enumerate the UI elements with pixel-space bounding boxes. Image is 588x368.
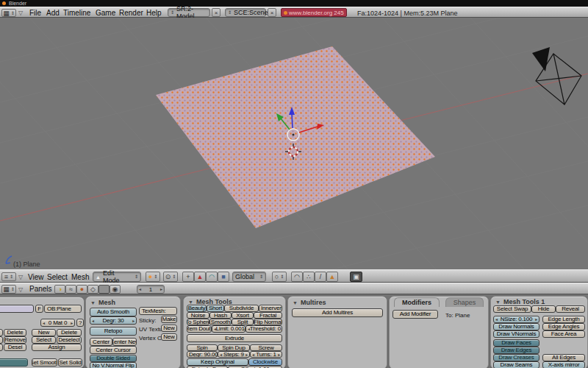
menu-mesh[interactable]: Mesh [71, 272, 89, 282]
draw-normals-toggle[interactable]: Draw Normals [493, 323, 539, 330]
manipulator-translate-button[interactable]: ▲ [194, 272, 206, 282]
set-solid-button[interactable]: Set Solid [58, 358, 82, 367]
menu-select[interactable]: Select [47, 272, 68, 282]
draw-vnormals-toggle[interactable]: Draw VNormals [493, 330, 539, 338]
header-collapse-icon[interactable]: ▽ [18, 272, 23, 282]
to-sphere-button[interactable]: To Sphere [187, 319, 209, 325]
x-axis-arrow[interactable] [299, 127, 318, 132]
material-delete-button[interactable]: Delete [57, 329, 82, 336]
logic-context-button[interactable]: ◑ [54, 285, 65, 294]
shading-context-button[interactable]: ● [76, 285, 87, 294]
clockwise-toggle[interactable]: Clockwise [248, 358, 282, 366]
transform-manipulator[interactable] [276, 107, 324, 141]
y-axis-arrow[interactable] [281, 118, 290, 130]
vertex-group-browse-field[interactable] [0, 305, 34, 313]
panel-header-mesh[interactable]: ▼ Mesh [90, 299, 115, 306]
face-select-button[interactable]: ▲ [326, 272, 338, 282]
draw-faces-toggle[interactable]: Draw Faces [493, 339, 539, 347]
screen-close-button[interactable]: × [212, 8, 220, 17]
header-collapse-icon[interactable]: ▽ [18, 285, 23, 294]
limit-spinner[interactable]: ◂ Limit: 0.001 ▸ [212, 325, 245, 333]
threshold-spinner[interactable]: ◂ Threshold: 0.010 ▸ [245, 325, 282, 333]
object-context-button[interactable]: ◇ [87, 285, 98, 294]
draw-creases-toggle[interactable]: Draw Creases [493, 354, 539, 361]
add-modifier-button[interactable]: Add Modifier [392, 310, 438, 319]
panel-collapse-icon[interactable]: ▼ [188, 300, 193, 305]
center-new-button[interactable]: Center New [112, 338, 137, 346]
subdivide-button[interactable]: Subdivide [224, 305, 259, 312]
material-assign-button[interactable]: Assign [32, 344, 82, 351]
orientation-dropdown[interactable]: Global ⇕ [232, 272, 266, 282]
vertex-group-name-field[interactable] [0, 358, 28, 367]
manipulator-rotate-button[interactable]: ◠ [206, 272, 218, 282]
panels-menu[interactable]: Panels [29, 284, 52, 294]
tab-shapes[interactable]: Shapes [445, 297, 484, 307]
fake-user-button[interactable]: F [35, 305, 43, 313]
menu-timeline[interactable]: Timeline [63, 8, 90, 18]
fractal-button[interactable]: Fractal [254, 312, 282, 319]
hide-button[interactable]: Hide [531, 305, 556, 313]
menu-game[interactable]: Game [96, 8, 115, 18]
scene-selector[interactable]: ⇕ SCE:Scene [225, 8, 266, 17]
split-button[interactable]: Split [232, 319, 254, 325]
menu-add[interactable]: Add [46, 8, 60, 18]
draw-seams-toggle[interactable]: Draw Seams [493, 361, 539, 368]
vertex-color-new-button[interactable]: New [161, 333, 177, 341]
z-axis-arrow[interactable] [292, 114, 293, 128]
render-preview-button[interactable]: ▣ [350, 272, 362, 282]
retopo-paint-button[interactable]: ∴ [303, 272, 315, 282]
spinner-left-icon[interactable]: ◂ [139, 287, 141, 291]
innervert-dropdown[interactable]: Innervert ⇕ [259, 305, 282, 312]
manipulator-scale-button[interactable]: ■ [218, 272, 229, 282]
center-button[interactable]: Center [90, 338, 112, 346]
snap-arc-button[interactable]: ◠ [291, 272, 303, 282]
edge-angles-toggle[interactable]: Edge Angles [542, 323, 585, 330]
menu-render[interactable]: Render [119, 8, 143, 18]
spin-button[interactable]: Spin [187, 344, 218, 351]
sticky-make-button[interactable]: Make [161, 316, 177, 323]
material-index-spinner[interactable]: ◂ 0 Mat 0 ▸ [40, 319, 75, 327]
no-vnormal-flip-toggle[interactable]: No V.Normal Flip [90, 362, 137, 368]
spinner-right-icon[interactable]: ▸ [71, 321, 73, 325]
smooth-button[interactable]: Smooth [209, 319, 232, 325]
center-cursor-button[interactable]: Center Cursor [90, 346, 137, 354]
menu-help[interactable]: Help [146, 8, 162, 18]
screen-selector[interactable]: ⇕ SR:2-Model [168, 8, 210, 17]
spinner-right-icon[interactable]: ▸ [160, 287, 162, 291]
flip-normal-button[interactable]: Flip Normal [254, 319, 282, 325]
steps-spinner[interactable]: ◂ Steps: 9 ▸ [218, 351, 250, 358]
all-edges-toggle[interactable]: All Edges [542, 354, 585, 361]
nsize-spinner[interactable]: ◂ NSize: 0.100 ▸ [493, 316, 539, 323]
vgroup-assign-button-cut[interactable] [0, 336, 3, 344]
panel-header-mesh-tools-1[interactable]: ▼ Mesh Tools 1 [495, 298, 545, 305]
vgroup-remove-button[interactable]: Remove [4, 336, 26, 344]
keep-original-toggle[interactable]: Keep Original [187, 358, 248, 366]
buttons-page-spinner[interactable]: ◂ 1 ▸ [137, 285, 165, 294]
edge-length-toggle[interactable]: Edge Length [542, 316, 585, 323]
add-multires-button[interactable]: Add Multires [292, 308, 383, 317]
extrude-button[interactable]: Extrude [187, 334, 282, 342]
material-select-button[interactable]: Select [32, 336, 56, 344]
vgroup-select-button-cut[interactable] [0, 344, 3, 351]
beauty-toggle[interactable]: Beauty [187, 305, 207, 312]
panel-collapse-icon[interactable]: ▼ [90, 300, 96, 305]
script-context-button[interactable]: ≈ [65, 285, 76, 294]
material-deselect-button[interactable]: Deselect [57, 336, 82, 344]
auto-smooth-toggle[interactable]: Auto Smooth [90, 308, 137, 316]
spinner-right-icon[interactable]: ▸ [245, 353, 248, 357]
retopo-toggle[interactable]: Retopo [90, 327, 137, 336]
select-swap-button[interactable]: Select Swap [493, 305, 531, 313]
scene-close-button[interactable]: × [268, 8, 276, 17]
turns-spinner[interactable]: ◂ Turns: 1 ▸ [250, 351, 282, 358]
editing-context-button-active[interactable] [98, 285, 110, 294]
knife-button[interactable]: / [315, 272, 326, 282]
panel-collapse-icon[interactable]: ▼ [293, 300, 298, 305]
window-type-button[interactable]: ▦ ⇕ [1, 9, 16, 17]
spinner-right-icon[interactable]: ▸ [278, 353, 280, 357]
short-toggle[interactable]: Short [207, 305, 224, 312]
material-new-button[interactable]: New [32, 329, 56, 336]
degr-spinner[interactable]: ◂ Degr: 30 ▸ [90, 316, 137, 325]
material-help-button[interactable]: ? [76, 319, 84, 327]
texmesh-field[interactable]: TexMesh: [139, 307, 177, 315]
reveal-button[interactable]: Reveal [556, 305, 585, 313]
